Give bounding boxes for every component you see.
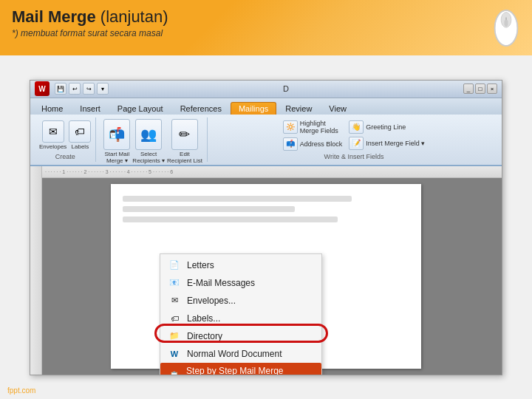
address-block-label: Address Block xyxy=(300,140,343,148)
wizard-icon: 📋 xyxy=(168,370,180,375)
undo-btn[interactable]: ↩ xyxy=(69,83,81,95)
menu-normal-doc[interactable]: W Normal Word Document xyxy=(160,345,321,363)
envelopes-menu-icon: ✉ xyxy=(168,295,181,307)
save-btn[interactable]: 💾 xyxy=(55,83,66,95)
menu-email[interactable]: 📧 E-Mail Messages xyxy=(160,274,321,292)
svg-rect-4 xyxy=(504,20,508,27)
menu-letters[interactable]: 📄 Letters xyxy=(160,256,321,274)
wizard-label: Step by Step Mail Merge Wizard... xyxy=(186,366,314,375)
address-block-icon: 📫 xyxy=(283,137,298,151)
write-buttons: 🔆 HighlightMerge Fields 📫 Address Block … xyxy=(281,119,428,151)
start-buttons: 📬 Start MailMerge ▾ 👥 SelectRecipients ▾… xyxy=(103,119,202,164)
write-small-group2: 👋 Greeting Line 📝 Insert Merge Field ▾ xyxy=(347,120,427,151)
start-mail-merge-label: Start MailMerge ▾ xyxy=(104,151,129,164)
tab-home[interactable]: Home xyxy=(33,102,71,115)
write-group-label: Write & Insert Fields xyxy=(324,151,384,160)
minimize-btn[interactable]: _ xyxy=(463,83,474,94)
labels-menu-label: Labels... xyxy=(187,313,220,324)
dropdown-menu: 📄 Letters 📧 E-Mail Messages ✉ Envelopes.… xyxy=(160,253,322,375)
greeting-line-icon: 👋 xyxy=(349,120,364,134)
window-title: D xyxy=(283,84,289,93)
envelopes-icon: ✉ xyxy=(42,120,64,143)
word-window: W 💾 ↩ ↪ ▾ D _ □ × Home Insert Page Layou… xyxy=(30,80,502,375)
highlight-merge-icon: 🔆 xyxy=(283,120,298,134)
ribbon-group-start: 📬 Start MailMerge ▾ 👥 SelectRecipients ▾… xyxy=(99,117,208,162)
labels-menu-icon: 🏷 xyxy=(168,313,181,324)
highlight-merge-label: HighlightMerge Fields xyxy=(300,120,338,134)
labels-icon: 🏷 xyxy=(69,120,91,143)
menu-labels[interactable]: 🏷 Labels... xyxy=(160,310,321,327)
highlight-merge-button[interactable]: 🔆 HighlightMerge Fields xyxy=(281,119,345,135)
document-container: · · · · · · 1 · · · · · · 2 · · · · · · … xyxy=(30,166,502,375)
directory-label: Directory xyxy=(187,331,222,341)
directory-icon: 📁 xyxy=(168,330,181,342)
envelopes-label: Envelopes xyxy=(39,143,66,150)
title-bar-left: W 💾 ↩ ↪ ▾ xyxy=(35,81,109,96)
edit-recipient-icon: ✏ xyxy=(171,119,198,150)
normal-doc-icon: W xyxy=(168,348,181,360)
select-recipients-icon: 👥 xyxy=(135,119,162,150)
ribbon-tabs: Home Insert Page Layout References Maili… xyxy=(30,98,502,115)
mouse-icon xyxy=(488,6,525,50)
title-bold: Mail Merge xyxy=(12,7,96,26)
greeting-line-button[interactable]: 👋 Greeting Line xyxy=(347,120,427,134)
horizontal-ruler: · · · · · · 1 · · · · · · 2 · · · · · · … xyxy=(42,166,502,178)
address-block-button[interactable]: 📫 Address Block xyxy=(281,137,345,151)
email-icon: 📧 xyxy=(168,277,181,289)
edit-recipient-button[interactable]: ✏ EditRecipient List xyxy=(167,119,202,164)
tab-insert[interactable]: Insert xyxy=(72,102,109,115)
title-bar: W 💾 ↩ ↪ ▾ D _ □ × xyxy=(30,81,502,98)
create-buttons: ✉ Envelopes 🏷 Labels xyxy=(39,119,91,151)
vertical-ruler xyxy=(30,166,42,375)
tab-pagelayout[interactable]: Page Layout xyxy=(109,102,171,115)
ribbon-group-create: ✉ Envelopes 🏷 Labels Create xyxy=(35,117,96,162)
select-recipients-button[interactable]: 👥 SelectRecipients ▾ xyxy=(132,119,165,164)
redo-btn[interactable]: ↪ xyxy=(83,83,95,95)
letters-icon: 📄 xyxy=(168,259,181,271)
title-normal: (lanjutan) xyxy=(96,7,168,26)
header-subtitle: *) membuat format surat secara masal xyxy=(12,28,520,38)
tab-review[interactable]: Review xyxy=(277,102,320,115)
page-title: Mail Merge (lanjutan) xyxy=(12,7,520,27)
menu-directory[interactable]: 📁 Directory xyxy=(160,327,321,345)
menu-envelopes[interactable]: ✉ Envelopes... xyxy=(160,292,321,310)
envelopes-button[interactable]: ✉ Envelopes xyxy=(39,120,66,150)
window-controls: _ □ × xyxy=(463,83,497,94)
office-button[interactable]: W xyxy=(35,81,50,96)
insert-merge-label: Insert Merge Field ▾ xyxy=(366,140,425,147)
letters-label: Letters xyxy=(187,260,214,270)
tab-mailings[interactable]: Mailings xyxy=(231,102,276,115)
create-group-label: Create xyxy=(55,151,75,160)
header-area: Mail Merge (lanjutan) *) membuat format … xyxy=(0,0,532,55)
greeting-line-label: Greeting Line xyxy=(366,123,406,131)
edit-recipient-label: EditRecipient List xyxy=(167,151,202,164)
doc-line-2 xyxy=(123,206,295,212)
start-mail-merge-icon: 📬 xyxy=(103,119,130,150)
envelopes-menu-label: Envelopes... xyxy=(187,296,236,306)
labels-label: Labels xyxy=(72,143,89,150)
insert-merge-icon: 📝 xyxy=(349,137,364,150)
labels-button[interactable]: 🏷 Labels xyxy=(69,120,91,150)
ribbon-group-write: 🔆 HighlightMerge Fields 📫 Address Block … xyxy=(211,117,497,162)
more-btn[interactable]: ▾ xyxy=(97,83,109,95)
menu-wizard[interactable]: 📋 Step by Step Mail Merge Wizard... xyxy=(160,363,321,375)
footer-text: fppt.com xyxy=(7,386,35,395)
insert-merge-button[interactable]: 📝 Insert Merge Field ▾ xyxy=(347,136,427,151)
select-recipients-label: SelectRecipients ▾ xyxy=(132,151,165,164)
doc-line-3 xyxy=(123,216,338,222)
ribbon-content: ✉ Envelopes 🏷 Labels Create 📬 Start Mail… xyxy=(30,115,502,166)
close-btn[interactable]: × xyxy=(487,83,497,94)
maximize-btn[interactable]: □ xyxy=(475,83,485,94)
tab-references[interactable]: References xyxy=(172,102,230,115)
footer: fppt.com xyxy=(7,386,35,395)
write-small-group: 🔆 HighlightMerge Fields 📫 Address Block xyxy=(281,119,345,151)
start-mail-merge-button[interactable]: 📬 Start MailMerge ▾ xyxy=(103,119,130,164)
email-label: E-Mail Messages xyxy=(187,278,255,288)
tab-view[interactable]: View xyxy=(321,102,355,115)
main-content: W 💾 ↩ ↪ ▾ D _ □ × Home Insert Page Layou… xyxy=(0,55,532,399)
normal-doc-label: Normal Word Document xyxy=(187,349,282,359)
doc-line-1 xyxy=(123,196,352,202)
